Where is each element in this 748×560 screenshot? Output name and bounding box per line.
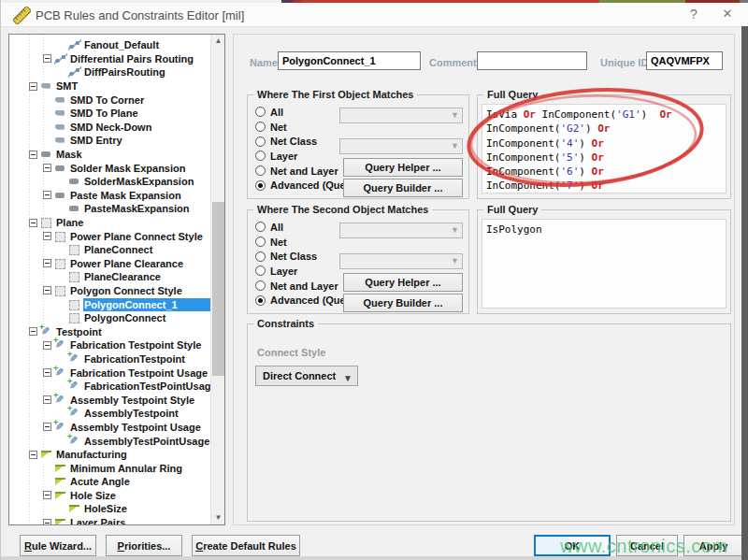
collapse-icon[interactable] <box>43 232 51 240</box>
tree-item-label[interactable]: Manufacturing <box>55 448 130 461</box>
collapse-icon[interactable] <box>43 368 51 377</box>
radio-icon[interactable] <box>255 165 266 176</box>
tree-item-label[interactable]: Acute Angle <box>69 475 133 488</box>
collapse-icon[interactable] <box>43 259 51 267</box>
tree-item[interactable]: Acute Angle <box>9 475 210 489</box>
cancel-button[interactable]: Cancel <box>616 535 678 556</box>
tree-item-label[interactable]: Assembly Testpoint Style <box>69 394 197 407</box>
tree-item[interactable]: PasteMaskExpansion <box>9 202 210 216</box>
collapse-icon[interactable] <box>43 423 51 431</box>
tree-item[interactable]: SMD Entry <box>9 134 210 148</box>
collapse-icon[interactable] <box>29 219 37 227</box>
tree-item[interactable]: Power Plane Clearance <box>9 257 210 271</box>
tree-item-label[interactable]: AssemblyTestPointUsage <box>83 435 212 448</box>
tree-item[interactable]: Hole Size <box>9 489 210 503</box>
collapse-icon[interactable] <box>43 341 51 350</box>
close-button[interactable]: ✕ <box>715 7 740 21</box>
collapse-icon[interactable] <box>43 395 51 404</box>
tree-item[interactable]: Polygon Connect Style <box>9 284 210 298</box>
radio-icon[interactable] <box>255 151 266 161</box>
tree-item-label[interactable]: Mask <box>55 148 85 161</box>
tree-item[interactable]: Differential Pairs Routing <box>9 52 210 66</box>
collapse-icon[interactable] <box>43 54 51 63</box>
first-netclass-dropdown[interactable]: ▼ <box>339 138 463 154</box>
tree-item[interactable]: Paste Mask Expansion <box>9 189 210 203</box>
tree-item[interactable]: PlaneClearance <box>9 270 210 284</box>
apply-button[interactable]: Apply <box>683 535 743 556</box>
tree-item[interactable]: Minimum Annular Ring <box>9 461 210 475</box>
tree-item[interactable]: Assembly Testpoint Style <box>9 393 210 407</box>
tree-item[interactable]: SMD To Plane <box>9 107 210 121</box>
tree-item[interactable]: AssemblyTestPointUsage <box>9 434 210 448</box>
first-net-dropdown[interactable]: ▼ <box>339 108 463 123</box>
scroll-up-icon[interactable]: ▲ <box>211 35 225 48</box>
tree-item-label[interactable]: Layer Pairs <box>69 516 128 525</box>
collapse-icon[interactable] <box>43 286 51 294</box>
tree-item-label[interactable]: Fabrication Testpoint Usage <box>69 366 210 380</box>
radio-icon[interactable] <box>255 280 266 291</box>
tree-item[interactable]: Fabrication Testpoint Usage <box>9 366 210 380</box>
radio-icon[interactable] <box>255 251 266 262</box>
tree-item-label[interactable]: Fabrication Testpoint Style <box>69 338 204 352</box>
name-input[interactable] <box>278 51 421 70</box>
tree-item[interactable]: HoleSize <box>9 502 210 516</box>
tree-item[interactable]: FabricationTestPointUsage <box>9 380 210 394</box>
collapse-icon[interactable] <box>43 191 51 199</box>
tree-scrollbar[interactable]: ▲ ▼ <box>210 35 224 524</box>
collapse-icon[interactable] <box>29 151 37 159</box>
unique-id-input[interactable] <box>646 51 723 70</box>
tree-item-label[interactable]: PlaneConnect <box>83 243 155 256</box>
rule-wizard-button[interactable]: Rule Wizard... <box>20 535 96 556</box>
tree-item[interactable]: FabricationTestpoint <box>9 352 210 366</box>
connect-style-dropdown[interactable]: Direct Connect ▼ <box>255 366 358 386</box>
ok-button[interactable]: OK <box>534 535 611 556</box>
tree-item-label[interactable]: HoleSize <box>83 502 130 515</box>
tree-item[interactable]: Fabrication Testpoint Style <box>9 338 210 352</box>
radio-icon[interactable] <box>255 136 266 147</box>
tree-item-label[interactable]: Power Plane Connect Style <box>69 230 206 243</box>
tree-item[interactable]: SMD To Corner <box>9 93 210 107</box>
collapse-icon[interactable] <box>29 451 37 459</box>
collapse-icon[interactable] <box>29 82 37 91</box>
collapse-icon[interactable] <box>43 519 51 525</box>
tree-item[interactable]: Solder Mask Expansion <box>9 161 210 175</box>
tree-item-label[interactable]: Minimum Annular Ring <box>69 462 185 475</box>
second-netclass-dropdown[interactable]: ▼ <box>339 253 463 269</box>
tree-item[interactable]: SMT <box>9 79 210 93</box>
tree-item[interactable]: DiffPairsRouting <box>9 65 210 79</box>
tree-item-label[interactable]: Hole Size <box>69 489 119 502</box>
comment-input[interactable] <box>477 51 587 70</box>
tree-item-label[interactable]: Paste Mask Expansion <box>69 189 184 202</box>
tree-item-label[interactable]: SMD Entry <box>69 134 125 147</box>
radio-icon[interactable] <box>255 107 266 117</box>
radio-icon[interactable] <box>255 222 266 232</box>
tree-item-label[interactable]: Differential Pairs Routing <box>69 52 196 65</box>
tree-item-label[interactable]: PolygonConnect <box>83 311 168 324</box>
tree-item-label[interactable]: SMT <box>55 79 80 93</box>
tree-item-label[interactable]: Testpoint <box>55 325 105 338</box>
tree-item-label[interactable]: PasteMaskExpansion <box>83 202 193 215</box>
radio-icon[interactable] <box>255 122 266 132</box>
tree-item[interactable]: Layer Pairs <box>9 516 210 525</box>
tree-item[interactable]: SMD Neck-Down <box>9 121 210 135</box>
collapse-icon[interactable] <box>43 164 51 172</box>
tree-item-label[interactable]: FabricationTestpoint <box>83 352 188 366</box>
tree-item[interactable]: Fanout_Default <box>9 38 210 52</box>
tree-item[interactable]: Mask <box>9 148 210 162</box>
first-query-helper-button[interactable]: Query Helper ... <box>343 158 463 177</box>
tree-item[interactable]: AssemblyTestpoint <box>9 407 210 421</box>
tree-item[interactable]: Plane <box>9 216 210 230</box>
tree-item-label[interactable]: SMD To Corner <box>69 93 147 107</box>
tree-item[interactable]: SolderMaskExpansion <box>9 175 210 189</box>
first-query-builder-button[interactable]: Query Builder ... <box>343 179 463 197</box>
radio-icon[interactable] <box>255 180 266 191</box>
tree-item-label[interactable]: SolderMaskExpansion <box>83 175 196 188</box>
tree-item-label[interactable]: FabricationTestPointUsage <box>83 380 220 393</box>
second-query-helper-button[interactable]: Query Helper ... <box>343 273 463 292</box>
priorities-button[interactable]: Priorities... <box>106 535 182 556</box>
tree-item-label[interactable]: Plane <box>55 216 86 229</box>
full-query-2-text[interactable]: IsPolygon <box>482 219 726 309</box>
tree-item[interactable]: PlaneConnect <box>9 243 210 257</box>
tree-item-label[interactable]: PlaneClearance <box>83 270 164 283</box>
tree-item-label[interactable]: Solder Mask Expansion <box>69 162 188 175</box>
